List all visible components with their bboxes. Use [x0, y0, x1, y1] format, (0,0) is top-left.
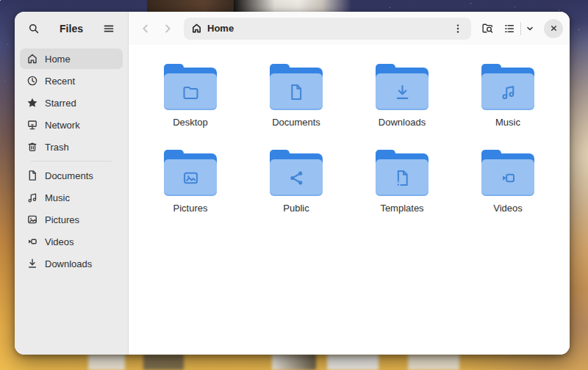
view-options-group: [499, 18, 538, 39]
folder-tile-templates[interactable]: Templates: [349, 150, 455, 236]
template-glyph: [392, 168, 412, 188]
view-options-dropdown-button[interactable]: [522, 18, 538, 39]
sidebar-item-label: Documents: [45, 170, 93, 181]
folder-name: Documents: [272, 117, 320, 128]
music-note-icon: [26, 192, 38, 203]
sidebar-item-label: Trash: [45, 142, 69, 153]
folder-icon: [376, 150, 429, 196]
files-grid: Desktop Documents: [129, 45, 570, 236]
files-window: Files Home: [15, 12, 570, 355]
video-camera-icon: [26, 236, 38, 247]
forward-chevron-icon: [162, 23, 173, 35]
folder-icon: [376, 64, 429, 110]
sidebar-item-home[interactable]: Home: [20, 48, 123, 69]
sidebar-item-label: Home: [45, 54, 71, 65]
back-chevron-icon: [140, 23, 151, 35]
chevron-down-icon: [525, 23, 535, 34]
download-icon: [26, 258, 38, 269]
folder-name: Downloads: [379, 117, 426, 128]
share-glyph: [287, 168, 306, 188]
folder-search-icon: [481, 22, 494, 35]
folder-tile-documents[interactable]: Documents: [243, 64, 349, 150]
sidebar-item-recent[interactable]: Recent: [20, 70, 123, 91]
wallpaper-stars: [0, 0, 1, 1]
wallpaper-rocket-exhaust: [143, 354, 184, 370]
folder-icon: [164, 64, 217, 110]
forward-button[interactable]: [157, 18, 178, 39]
folder-tile-pictures[interactable]: Pictures: [137, 150, 243, 236]
sidebar-item-label: Videos: [45, 236, 74, 247]
sidebar-header: Files: [15, 12, 128, 45]
folder-tile-music[interactable]: Music: [455, 64, 561, 150]
sidebar-places-list: Home Recent Starre: [15, 45, 128, 278]
search-folder-button[interactable]: [477, 18, 498, 39]
folder-name: Desktop: [173, 117, 208, 128]
folder-name: Pictures: [173, 203, 208, 214]
headerbar: Home: [129, 12, 570, 45]
sidebar-item-starred[interactable]: Starred: [20, 92, 123, 113]
sidebar-item-documents[interactable]: Documents: [20, 165, 123, 186]
folder-icon: [481, 150, 534, 196]
sidebar-item-label: Network: [45, 120, 80, 131]
sidebar-item-network[interactable]: Network: [20, 115, 123, 135]
back-button[interactable]: [135, 18, 156, 39]
list-view-icon: [503, 23, 515, 35]
image-glyph: [181, 168, 201, 188]
sidebar-item-pictures[interactable]: Pictures: [20, 209, 123, 230]
current-location-label: Home: [207, 23, 444, 34]
sidebar-item-trash[interactable]: Trash: [20, 137, 123, 157]
sidebar-item-label: Pictures: [45, 214, 79, 225]
document-icon: [26, 170, 38, 181]
folder-icon: [164, 150, 217, 196]
folder-tile-downloads[interactable]: Downloads: [349, 64, 455, 150]
wallpaper-rocket-exhaust: [272, 354, 316, 370]
sidebar-item-label: Recent: [45, 76, 75, 87]
sidebar-item-label: Music: [45, 192, 70, 203]
folder-glyph: [181, 82, 201, 102]
close-icon: [549, 23, 559, 33]
home-icon: [191, 23, 202, 34]
image-icon: [26, 214, 38, 225]
folder-tile-desktop[interactable]: Desktop: [137, 64, 243, 150]
list-view-button[interactable]: [499, 18, 520, 39]
close-window-button[interactable]: [544, 19, 563, 38]
folder-icon: [481, 64, 534, 110]
folder-name: Music: [495, 117, 520, 128]
network-icon: [26, 119, 38, 131]
video-glyph: [498, 168, 518, 188]
sidebar: Files Home: [15, 12, 129, 355]
download-glyph: [392, 82, 412, 102]
wallpaper-balloon-highlight: [234, 0, 351, 12]
hamburger-menu-icon: [103, 23, 115, 35]
content-pane: Home: [129, 12, 570, 355]
location-menu-button[interactable]: [449, 20, 467, 37]
desktop-wallpaper: Files Home: [0, 0, 588, 370]
main-menu-button[interactable]: [98, 18, 119, 39]
wallpaper-rocket-exhaust: [88, 354, 125, 370]
folder-tile-public[interactable]: Public: [243, 150, 349, 236]
folder-icon: [270, 64, 323, 110]
toolbar-separator: [520, 22, 521, 35]
sidebar-item-label: Downloads: [45, 258, 92, 269]
kebab-menu-icon: [452, 23, 464, 35]
search-button[interactable]: [24, 18, 44, 39]
sidebar-separator: [31, 161, 112, 162]
home-icon: [26, 53, 38, 65]
folder-tile-videos[interactable]: Videos: [455, 150, 561, 236]
sidebar-item-label: Starred: [45, 98, 76, 109]
sidebar-item-music[interactable]: Music: [20, 187, 123, 208]
folder-name: Videos: [493, 203, 523, 214]
search-icon: [28, 23, 40, 35]
trash-icon: [26, 141, 38, 153]
wallpaper-rocket-exhaust: [408, 354, 459, 370]
path-bar[interactable]: Home: [184, 18, 471, 40]
clock-icon: [26, 75, 38, 87]
star-icon: [26, 97, 38, 109]
folder-name: Templates: [380, 203, 423, 214]
music-glyph: [498, 82, 518, 102]
sidebar-item-videos[interactable]: Videos: [20, 231, 123, 252]
wallpaper-rocket-exhaust: [327, 354, 379, 370]
app-title: Files: [44, 23, 98, 35]
sidebar-item-downloads[interactable]: Downloads: [20, 253, 123, 274]
folder-icon: [270, 150, 323, 196]
